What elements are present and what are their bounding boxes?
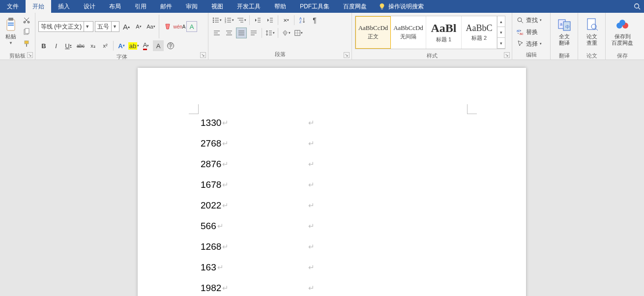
format-painter-button[interactable] xyxy=(21,38,32,49)
text-line[interactable]: ↵ xyxy=(307,200,315,211)
style-heading2[interactable]: AaBbC 标题 2 xyxy=(462,16,497,49)
clipboard-icon xyxy=(3,17,19,32)
return-mark-icon: ↵ xyxy=(308,180,315,189)
text-line[interactable]: 1268↵ xyxy=(201,241,229,253)
grow-font-button[interactable]: A▴ xyxy=(121,21,132,32)
find-button[interactable]: 查找▾ xyxy=(515,15,543,26)
style-heading1[interactable]: AaBl 标题 1 xyxy=(426,16,462,49)
superscript-button[interactable]: x² xyxy=(100,40,111,51)
tab-insert[interactable]: 插入 xyxy=(51,0,77,13)
svg-rect-5 xyxy=(8,23,14,24)
search-icon[interactable] xyxy=(630,0,644,13)
strikethrough-button[interactable]: abc xyxy=(75,40,86,51)
return-mark-icon: ↵ xyxy=(308,139,315,148)
paste-button[interactable]: 粘贴 ▼ xyxy=(3,15,19,50)
underline-button[interactable]: U▾ xyxy=(63,40,74,51)
character-shading-button[interactable]: A xyxy=(153,40,164,51)
chevron-down-icon: ▼ xyxy=(84,22,90,31)
text-line[interactable]: ↵ xyxy=(307,262,315,273)
highlight-button[interactable]: ab▾ xyxy=(128,40,139,51)
select-button[interactable]: 选择▾ xyxy=(515,38,543,49)
save-to-netdisk-button[interactable]: 保存到 百度网盘 xyxy=(609,15,636,50)
text-line[interactable]: ↵ xyxy=(307,138,315,149)
gallery-more-button[interactable]: ▾ xyxy=(498,38,505,49)
tab-design[interactable]: 设计 xyxy=(77,0,102,13)
styles-launcher[interactable]: ↘ xyxy=(504,52,510,58)
decrease-indent-button[interactable] xyxy=(252,15,263,26)
text-line[interactable]: 1330↵ xyxy=(201,117,229,129)
bold-button[interactable]: B xyxy=(38,40,49,51)
tab-file[interactable]: 文件 xyxy=(0,0,26,13)
text-line[interactable]: 2022↵ xyxy=(201,200,229,211)
tab-references[interactable]: 引用 xyxy=(128,0,153,13)
numbering-button[interactable]: 123▾ xyxy=(224,15,234,26)
group-editing: 查找▾ abac 替换 选择▾ 编辑 xyxy=(512,13,551,59)
show-marks-button[interactable]: ¶ xyxy=(309,15,320,26)
tab-help[interactable]: 帮助 xyxy=(267,0,293,13)
gallery-down-button[interactable]: ▾ xyxy=(498,27,505,38)
distribute-button[interactable] xyxy=(248,28,259,38)
clear-formatting-button[interactable] xyxy=(162,21,173,32)
clipboard-launcher[interactable]: ↘ xyxy=(27,52,33,58)
font-launcher[interactable]: ↘ xyxy=(200,52,206,58)
text-line[interactable]: 2876↵ xyxy=(201,158,229,170)
paragraph-launcher[interactable]: ↘ xyxy=(344,52,350,58)
enclose-characters-button[interactable]: 字 xyxy=(165,40,176,51)
change-case-button[interactable]: Aa▾ xyxy=(146,21,156,32)
line-spacing-button[interactable]: ▾ xyxy=(264,28,275,38)
font-name-combo[interactable]: 等线 (中文正文)▼ xyxy=(38,21,93,32)
text-line[interactable]: 566↵ xyxy=(201,220,229,232)
borders-button[interactable]: ▾ xyxy=(293,28,304,38)
style-normal[interactable]: AaBbCcDd 正文 xyxy=(355,16,391,49)
tab-devtools[interactable]: 开发工具 xyxy=(230,0,267,13)
svg-rect-4 xyxy=(8,18,13,21)
increase-indent-button[interactable] xyxy=(264,15,275,26)
svg-rect-10 xyxy=(25,29,29,33)
gallery-up-button[interactable]: ▴ xyxy=(498,16,505,27)
text-line[interactable]: 163↵ xyxy=(201,262,229,273)
tab-view[interactable]: 视图 xyxy=(205,0,230,13)
shading-button[interactable]: ▾ xyxy=(281,28,292,38)
return-mark-icon: ↵ xyxy=(308,160,315,169)
document-area[interactable]: 1330↵2768↵2876↵1678↵2022↵566↵1268↵163↵19… xyxy=(0,60,644,296)
thesis-check-button[interactable]: 论文 查重 xyxy=(581,15,602,50)
tab-home[interactable]: 开始 xyxy=(26,0,51,13)
character-border-button[interactable]: A xyxy=(186,21,197,32)
tell-me-search[interactable]: 操作说明搜索 xyxy=(374,0,429,13)
tab-baidu-netdisk[interactable]: 百度网盘 xyxy=(336,0,374,13)
text-line[interactable]: ↵ xyxy=(307,158,315,170)
tab-layout[interactable]: 布局 xyxy=(102,0,128,13)
sort-button[interactable]: AZ xyxy=(297,15,308,26)
cut-button[interactable] xyxy=(21,15,32,26)
subscript-button[interactable]: x₂ xyxy=(88,40,98,51)
align-justify-button[interactable] xyxy=(236,28,247,38)
text-line[interactable]: 2768↵ xyxy=(201,138,229,149)
tab-review[interactable]: 审阅 xyxy=(179,0,205,13)
bullets-button[interactable]: ▾ xyxy=(211,15,222,26)
copy-button[interactable] xyxy=(21,27,32,37)
asian-layout-button[interactable]: ✕▾ xyxy=(281,15,292,26)
text-effects-button[interactable]: A▾ xyxy=(116,40,127,51)
align-left-button[interactable] xyxy=(211,28,222,38)
font-color-button[interactable]: A▾ xyxy=(141,40,151,51)
text-line[interactable]: ↵ xyxy=(307,220,315,232)
shrink-font-button[interactable]: A▾ xyxy=(133,21,144,32)
text-line[interactable]: ↵ xyxy=(307,117,315,129)
page[interactable]: 1330↵2768↵2876↵1678↵2022↵566↵1268↵163↵19… xyxy=(138,68,526,296)
phonetic-guide-button[interactable]: wénA xyxy=(174,21,185,32)
tab-pdf-tools[interactable]: PDF工具集 xyxy=(293,0,336,13)
text-line[interactable]: 1982↵ xyxy=(201,282,229,294)
style-no-spacing[interactable]: AaBbCcDd 无间隔 xyxy=(391,16,426,49)
tab-mailings[interactable]: 邮件 xyxy=(153,0,179,13)
text-line[interactable]: 1678↵ xyxy=(201,179,229,191)
full-translate-button[interactable]: a中 全文 翻译 xyxy=(554,15,575,50)
text-line[interactable]: ↵ xyxy=(307,179,315,191)
font-size-combo[interactable]: 五号▼ xyxy=(95,21,119,32)
text-line[interactable]: ↵ xyxy=(307,241,315,253)
multilevel-list-button[interactable]: ▾ xyxy=(236,15,247,26)
replace-button[interactable]: abac 替换 xyxy=(515,27,543,37)
italic-button[interactable]: I xyxy=(51,40,61,51)
text-line[interactable]: ↵ xyxy=(307,282,315,294)
ribbon: 粘贴 ▼ 剪贴板 ↘ 等线 (中文正文)▼ 五号▼ xyxy=(0,13,644,60)
align-center-button[interactable] xyxy=(224,28,234,38)
